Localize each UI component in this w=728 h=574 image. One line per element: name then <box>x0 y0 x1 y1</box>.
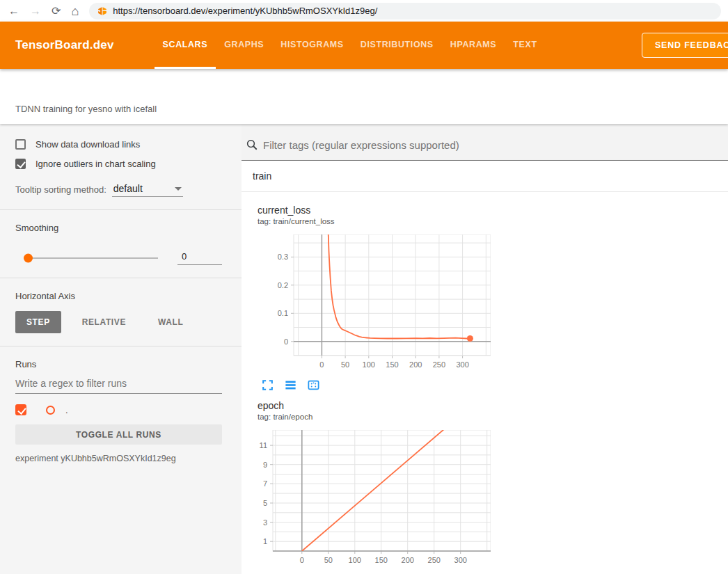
tab-hparams[interactable]: HPARAMS <box>442 22 505 69</box>
svg-text:300: 300 <box>456 360 468 369</box>
tab-histograms[interactable]: HISTOGRAMS <box>272 22 352 69</box>
svg-text:100: 100 <box>349 556 361 564</box>
chart-tag: tag: train/current_loss <box>251 217 491 228</box>
svg-text:11: 11 <box>260 441 267 449</box>
show-download-links-checkbox[interactable] <box>15 139 26 150</box>
smoothing-label: Smoothing <box>15 223 222 233</box>
chart-title: epoch <box>251 400 491 413</box>
run-visibility-icon[interactable] <box>46 406 55 415</box>
svg-text:5: 5 <box>263 499 267 507</box>
svg-text:0: 0 <box>300 556 304 564</box>
svg-text:100: 100 <box>363 360 375 369</box>
tensorboard-favicon <box>97 6 107 16</box>
tab-scalars[interactable]: SCALARS <box>155 22 216 69</box>
tag-filter-row <box>242 124 728 161</box>
sidebar-divider <box>0 346 242 346</box>
runs-filter-input[interactable] <box>15 369 222 394</box>
svg-text:0.2: 0.2 <box>278 281 288 289</box>
line-chart[interactable]: 0501001502002503001357911 <box>251 430 491 569</box>
show-download-links-label: Show data download links <box>35 139 140 150</box>
chart-title: current_loss <box>251 205 491 217</box>
nav-tabs: SCALARS GRAPHS HISTOGRAMS DISTRIBUTIONS … <box>155 22 546 69</box>
dashboard-main: train current_loss tag: train/current_lo… <box>242 124 728 574</box>
svg-text:0.1: 0.1 <box>278 309 288 317</box>
runs-label: Runs <box>15 359 222 369</box>
ignore-outliers-checkbox[interactable] <box>15 159 26 169</box>
tooltip-sorting-label: Tooltip sorting method: <box>15 184 106 197</box>
ignore-outliers-row[interactable]: Ignore outliers in chart scaling <box>15 159 222 169</box>
browser-toolbar: ← → ⟳ ⌂ https://tensorboard.dev/experime… <box>0 0 728 22</box>
tag-filter-input[interactable] <box>263 139 728 151</box>
home-icon[interactable]: ⌂ <box>71 5 79 17</box>
settings-sidebar: Show data download links Ignore outliers… <box>0 124 242 574</box>
tab-graphs[interactable]: GRAPHS <box>216 22 272 69</box>
train-section-card: train current_loss tag: train/current_lo… <box>242 161 728 574</box>
search-icon <box>246 138 258 151</box>
svg-text:1: 1 <box>263 537 267 545</box>
ignore-outliers-label: Ignore outliers in chart scaling <box>35 159 156 169</box>
svg-text:9: 9 <box>263 461 267 469</box>
toggle-all-runs-button[interactable]: TOGGLE ALL RUNS <box>15 424 222 445</box>
horizontal-axis-options: STEP RELATIVE WALL <box>15 311 222 333</box>
forward-icon[interactable]: → <box>30 6 41 17</box>
address-bar[interactable]: https://tensorboard.dev/experiment/yKUbh… <box>89 3 721 19</box>
chart-tag: tag: train/epoch <box>251 413 491 424</box>
axis-option-step[interactable]: STEP <box>15 311 61 333</box>
fit-domain-icon[interactable] <box>307 378 320 392</box>
svg-text:50: 50 <box>324 556 333 564</box>
tab-distributions[interactable]: DISTRIBUTIONS <box>352 22 442 69</box>
smoothing-slider[interactable] <box>25 257 158 259</box>
svg-text:0: 0 <box>319 360 324 369</box>
tab-text[interactable]: TEXT <box>505 22 545 69</box>
chart-current-loss: current_loss tag: train/current_loss 050… <box>251 205 491 392</box>
sidebar-divider <box>0 209 242 210</box>
run-row: . <box>15 404 222 415</box>
svg-text:0.3: 0.3 <box>278 253 288 261</box>
chevron-down-icon <box>175 187 182 191</box>
svg-text:7: 7 <box>263 479 267 488</box>
svg-text:200: 200 <box>402 556 414 564</box>
svg-text:250: 250 <box>428 556 441 564</box>
expand-chart-icon[interactable] <box>261 378 274 392</box>
app-header: TensorBoard.dev SCALARS GRAPHS HISTOGRAM… <box>0 22 728 69</box>
charts-grid: current_loss tag: train/current_loss 050… <box>242 192 728 574</box>
svg-text:200: 200 <box>409 360 422 369</box>
svg-text:300: 300 <box>454 556 467 564</box>
axis-option-relative[interactable]: RELATIVE <box>71 311 137 333</box>
smoothing-value-input[interactable]: 0 <box>177 251 222 265</box>
send-feedback-button[interactable]: SEND FEEDBACK <box>642 33 728 58</box>
svg-text:250: 250 <box>433 360 445 369</box>
url-text: https://tensorboard.dev/experiment/yKUbh… <box>113 6 377 16</box>
back-icon[interactable]: ← <box>8 6 19 17</box>
tooltip-sorting-value: default <box>113 183 143 194</box>
smoothing-slider-handle[interactable] <box>24 254 33 263</box>
svg-text:3: 3 <box>263 518 267 527</box>
experiment-subheader: TDNN training for yesno with icefall <box>0 69 728 124</box>
reload-icon[interactable]: ⟳ <box>52 6 61 17</box>
run-checkbox[interactable] <box>15 404 26 415</box>
run-selector-icon[interactable] <box>284 378 297 392</box>
chart-epoch: epoch tag: train/epoch 05010015020025030… <box>251 400 491 574</box>
svg-text:150: 150 <box>386 360 398 369</box>
line-chart[interactable]: 05010015020025030000.10.20.3 <box>251 234 491 374</box>
sidebar-divider <box>0 278 242 278</box>
svg-text:150: 150 <box>375 556 388 564</box>
tooltip-sorting-select[interactable]: default <box>112 183 183 197</box>
run-name: . <box>65 405 68 415</box>
svg-text:0: 0 <box>284 337 288 346</box>
experiment-title: TDNN training for yesno with icefall <box>15 104 157 114</box>
axis-option-wall[interactable]: WALL <box>147 311 194 333</box>
svg-text:50: 50 <box>341 360 349 369</box>
show-download-links-row[interactable]: Show data download links <box>15 139 222 150</box>
experiment-id-label: experiment yKUbhb5wRmOSXYkId1z9eg <box>15 454 222 463</box>
app-brand: TensorBoard.dev <box>15 38 114 52</box>
section-title[interactable]: train <box>242 161 728 192</box>
horizontal-axis-label: Horizontal Axis <box>15 291 222 301</box>
